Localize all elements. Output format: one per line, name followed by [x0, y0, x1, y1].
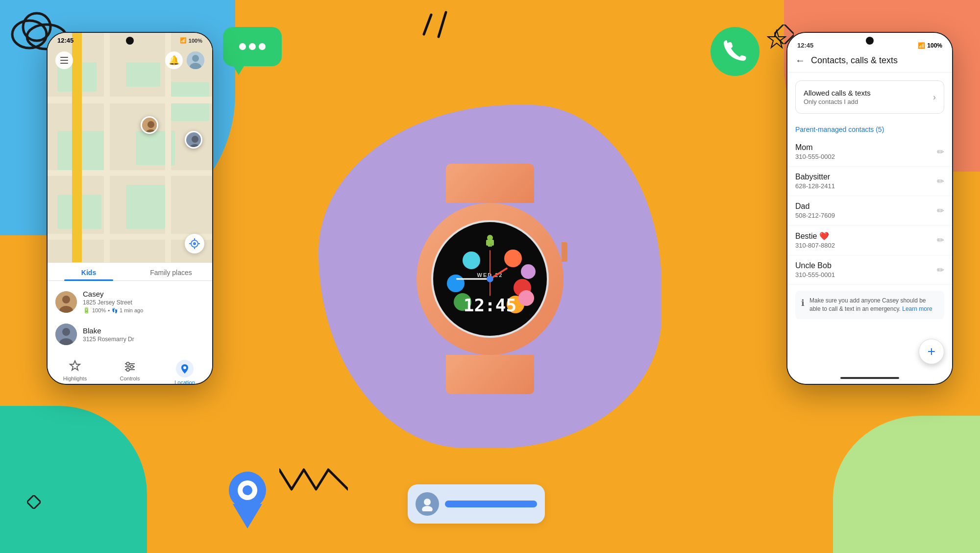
smartwatch: WED 22 12:45: [397, 164, 583, 389]
allowed-calls-subtitle: Only contacts I add: [804, 98, 871, 105]
bottom-navigation: Highlights Controls: [48, 354, 212, 385]
nav-highlights[interactable]: Highlights: [48, 358, 102, 385]
watch-body: WED 22 12:45: [416, 203, 564, 355]
add-contact-fab[interactable]: +: [919, 339, 944, 364]
dad-name: Dad: [795, 202, 937, 211]
babysitter-name: Babysitter: [795, 173, 937, 181]
menu-line-2: [60, 60, 68, 61]
dad-edit-icon[interactable]: ✏: [937, 205, 944, 216]
chevron-right-icon: ›: [933, 92, 936, 102]
location-target-button[interactable]: [185, 234, 204, 253]
svg-line-3: [424, 15, 431, 34]
watch-band-top: [446, 164, 534, 203]
right-home-indicator: [840, 377, 899, 379]
mom-info: Mom 310-555-0002: [795, 143, 937, 160]
casey-avatar: [55, 291, 77, 313]
contact-item-casey[interactable]: Casey 1825 Jersey Street 🔋 100% • 👣 1 mi…: [48, 285, 212, 319]
user-avatar-button[interactable]: [187, 51, 204, 69]
casey-steps-icon: 👣: [112, 308, 118, 313]
uncle-bob-phone: 310-555-0001: [795, 271, 937, 278]
svg-marker-7: [768, 30, 785, 48]
controls-label: Controls: [120, 376, 140, 381]
contact-row-uncle-bob[interactable]: Uncle Bob 310-555-0001 ✏: [787, 255, 952, 285]
learn-more-link[interactable]: Learn more: [902, 305, 932, 312]
allowed-calls-card[interactable]: Allowed calls & texts Only contacts I ad…: [795, 80, 944, 114]
chat-dot-3: [259, 43, 266, 50]
nav-location[interactable]: Location: [157, 358, 212, 385]
tab-family-places[interactable]: Family places: [130, 263, 212, 280]
notif-person-icon: [420, 497, 435, 511]
info-icon: ℹ: [801, 298, 805, 308]
menu-line-1: [60, 57, 68, 58]
deco-lines: [421, 10, 461, 49]
right-phone-notch: [866, 37, 874, 45]
svg-point-64: [422, 506, 433, 511]
location-icon-wrapper: [176, 360, 194, 377]
notification-button[interactable]: 🔔: [165, 51, 183, 69]
right-phone-content: 12:45 📶 100% ← Contacts, calls & texts A…: [787, 33, 952, 384]
menu-line-3: [60, 63, 68, 64]
highlights-label: Highlights: [63, 376, 87, 381]
allowed-calls-info: Allowed calls & texts Only contacts I ad…: [804, 89, 871, 105]
svg-line-4: [439, 12, 446, 37]
casey-info: Casey 1825 Jersey Street 🔋 100% • 👣 1 mi…: [83, 290, 204, 314]
menu-button[interactable]: [55, 51, 73, 69]
casey-address: 1825 Jersey Street: [83, 299, 204, 306]
notification-bar: [445, 501, 537, 507]
contact-row-dad[interactable]: Dad 508-212-7609 ✏: [787, 196, 952, 226]
dad-info: Dad 508-212-7609: [795, 202, 937, 219]
map-pin-blake: [185, 131, 202, 149]
uncle-bob-name: Uncle Bob: [795, 261, 937, 270]
tab-kids[interactable]: Kids: [48, 263, 130, 280]
contact-row-bestie[interactable]: Bestie ❤️ 310-807-8802 ✏: [787, 226, 952, 255]
mom-edit-icon[interactable]: ✏: [937, 147, 944, 157]
blake-avatar: [55, 324, 77, 345]
babysitter-phone: 628-128-2411: [795, 182, 937, 190]
contact-list: Casey 1825 Jersey Street 🔋 100% • 👣 1 mi…: [48, 281, 212, 354]
left-status-icons: 📶 100%: [180, 37, 202, 44]
svg-point-62: [487, 276, 493, 282]
casey-battery: 100%: [92, 307, 106, 313]
contact-row-mom[interactable]: Mom 310-555-0002 ✏: [787, 137, 952, 167]
right-wifi-icon: 📶: [918, 42, 925, 49]
bestie-info: Bestie ❤️ 310-807-8802: [795, 231, 937, 249]
info-text-content: Make sure you add anyone Casey should be…: [809, 297, 938, 313]
mom-phone: 310-555-0002: [795, 153, 937, 160]
info-banner: ℹ Make sure you add anyone Casey should …: [795, 291, 944, 319]
map-pin-casey: [141, 116, 158, 134]
blake-info: Blake 3125 Rosemarry Dr: [83, 327, 204, 343]
svg-point-63: [424, 499, 431, 505]
nav-controls[interactable]: Controls: [102, 358, 157, 385]
phone-bottom-section: Kids Family places Casey 1825 Jer: [48, 262, 212, 384]
page-title: Contacts, calls & texts: [811, 55, 898, 66]
star-deco-1: [767, 29, 786, 49]
back-button[interactable]: ←: [795, 55, 805, 66]
dad-phone: 508-212-7609: [795, 212, 937, 219]
bestie-edit-icon[interactable]: ✏: [937, 235, 944, 246]
chat-bubble-decoration: [223, 27, 282, 66]
svg-marker-47: [70, 361, 80, 370]
watch-time: 12:45: [464, 295, 516, 315]
svg-point-45: [62, 328, 70, 336]
phone-circle-decoration: [710, 27, 760, 76]
casey-last-seen: 1 min ago: [120, 307, 143, 313]
svg-point-32: [193, 242, 196, 245]
uncle-bob-edit-icon[interactable]: ✏: [937, 265, 944, 276]
left-phone-notch: [126, 37, 134, 45]
svg-point-53: [126, 368, 129, 371]
svg-marker-11: [233, 504, 262, 528]
uncle-bob-info: Uncle Bob 310-555-0001: [795, 261, 937, 278]
contact-item-blake[interactable]: Blake 3125 Rosemarry Dr: [48, 319, 212, 350]
casey-step-sep: •: [108, 307, 110, 313]
watch-band-bottom: [446, 355, 534, 394]
parent-managed-section-header: Parent-managed contacts (5): [787, 122, 952, 137]
casey-name: Casey: [83, 290, 204, 298]
chat-dot-1: [239, 43, 246, 50]
contact-row-babysitter[interactable]: Babysitter 628-128-2411 ✏: [787, 167, 952, 196]
watch-crown[interactable]: [562, 242, 567, 262]
svg-point-42: [62, 296, 70, 303]
babysitter-edit-icon[interactable]: ✏: [937, 176, 944, 187]
svg-rect-19: [126, 185, 165, 229]
notif-avatar-icon: [416, 492, 439, 516]
watch-screen: WED 22 12:45: [431, 220, 549, 338]
